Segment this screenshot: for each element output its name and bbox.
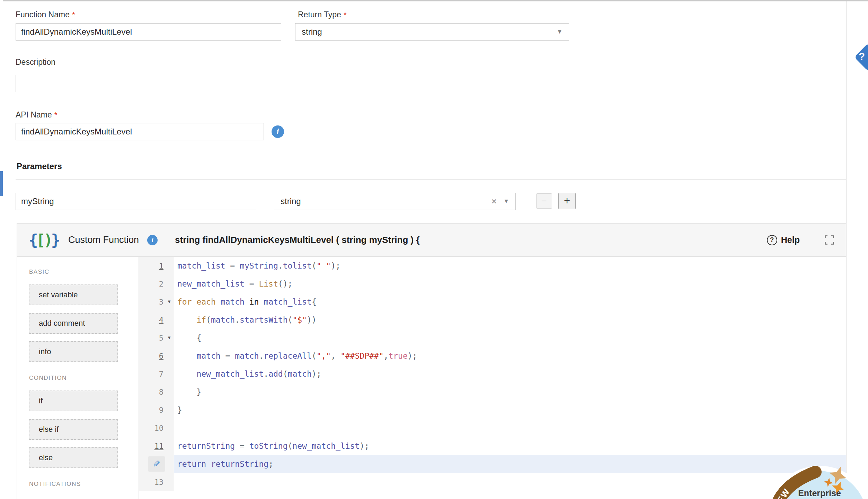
gutter-cell: 11 [139, 437, 174, 455]
snippet-chip-else-if[interactable]: else if [29, 419, 118, 440]
screen: Function Name* Return Type* string ▼ Des… [0, 0, 868, 499]
parameter-type-value: string [281, 196, 491, 206]
sidebar-section-label: CONDITION [29, 375, 139, 382]
code-text[interactable]: returnString = toString(new_match_list); [174, 437, 846, 455]
api-name-label: API Name* [16, 110, 57, 120]
snippet-chip-add-comment[interactable]: add comment [29, 313, 118, 334]
left-scroll-indicator[interactable] [0, 171, 3, 196]
snippet-chip-set-variable[interactable]: set variable [29, 284, 118, 305]
gutter-cell: 4 [139, 311, 174, 329]
top-border [3, 0, 868, 1]
question-icon[interactable]: ? [852, 47, 868, 66]
line-number: 13 [154, 478, 164, 487]
return-type-select[interactable]: string ▼ [295, 23, 569, 41]
custom-function-panel: {[)} Custom Function i string findAllDyn… [17, 223, 846, 499]
line-number: 5 [159, 334, 163, 342]
return-type-label-text: Return Type [298, 10, 341, 19]
add-parameter-button[interactable]: + [558, 193, 576, 209]
code-line: 13 [139, 473, 846, 491]
code-rows: 1match_list = myString.tolist(" ");2new_… [139, 257, 846, 499]
help-button[interactable]: ? Help [767, 235, 800, 245]
gutter-cell: 7 [139, 365, 174, 383]
return-type-label: Return Type* [298, 10, 346, 19]
parameter-type-select[interactable]: string × ▼ [274, 193, 516, 210]
function-signature: string findAllDynamicKeysMultiLevel ( st… [175, 235, 419, 245]
code-text[interactable]: new_match_list.add(match); [174, 365, 846, 383]
description-label: Description [16, 58, 55, 67]
question-icon: ? [767, 235, 777, 245]
clear-icon[interactable]: × [491, 196, 496, 206]
code-text[interactable]: match = match.replaceAll(",", "##SDP##",… [174, 347, 846, 365]
code-text[interactable] [174, 419, 846, 437]
gutter-cell: 6 [139, 347, 174, 365]
code-text[interactable]: } [174, 401, 846, 419]
code-text[interactable]: return returnString; [174, 455, 846, 473]
line-number: 1 [159, 262, 163, 270]
line-number: 6 [159, 352, 163, 360]
chevron-down-icon[interactable]: ▼ [557, 28, 563, 35]
left-border [3, 1, 3, 499]
code-line: 8 } [139, 383, 846, 401]
code-line: 5▼ { [139, 329, 846, 347]
code-line: 11returnString = toString(new_match_list… [139, 437, 846, 455]
fullscreen-icon[interactable] [825, 235, 834, 245]
required-asterisk: * [54, 111, 57, 119]
editor-title: Custom Function [68, 235, 139, 245]
gutter-cell: 9 [139, 401, 174, 419]
gutter-cell: 1 [139, 257, 174, 275]
api-name-label-text: API Name [16, 110, 52, 119]
gutter-cell: 8 [139, 383, 174, 401]
code-text[interactable]: for each match in match_list{ [174, 293, 846, 311]
chevron-down-icon[interactable]: ▼ [503, 198, 509, 205]
required-asterisk: * [72, 10, 75, 19]
code-line: 10 [139, 419, 846, 437]
code-text[interactable]: match_list = myString.tolist(" "); [174, 257, 846, 275]
code-line: 4 if(match.startsWith("$")) [139, 311, 846, 329]
gutter-cell: ✎ [139, 455, 174, 473]
code-line: 3▼for each match in match_list{ [139, 293, 846, 311]
return-type-value: string [302, 27, 557, 37]
description-input[interactable] [16, 75, 569, 92]
gutter-cell: 5▼ [139, 329, 174, 347]
description-label-text: Description [16, 58, 55, 67]
line-number: 8 [159, 388, 163, 396]
parameter-name-input[interactable] [16, 193, 256, 210]
gutter-cell: 3▼ [139, 293, 174, 311]
code-line: 6 match = match.replaceAll(",", "##SDP##… [139, 347, 846, 365]
snippet-chip-info[interactable]: info [29, 341, 118, 362]
code-line: 7 new_match_list.add(match); [139, 365, 846, 383]
info-icon[interactable]: i [147, 235, 158, 245]
editor-header: {[)} Custom Function i string findAllDyn… [17, 224, 846, 257]
snippet-chip-if[interactable]: if [29, 391, 118, 411]
required-asterisk: * [344, 10, 347, 19]
function-name-input[interactable] [16, 23, 281, 41]
line-number: 7 [159, 370, 163, 378]
fold-arrow-icon[interactable]: ▼ [167, 299, 171, 304]
remove-parameter-button[interactable]: − [536, 193, 552, 209]
info-icon[interactable]: i [272, 125, 284, 138]
gutter-cell: 2 [139, 275, 174, 293]
gutter-cell: 10 [139, 419, 174, 437]
code-text[interactable]: new_match_list = List(); [174, 275, 846, 293]
parameters-heading: Parameters [17, 161, 62, 171]
line-number: 9 [159, 406, 163, 414]
line-number: 4 [159, 316, 163, 324]
pencil-icon: ✎ [153, 459, 160, 470]
sidebar-section-label: BASIC [29, 269, 139, 275]
enterprise-badge[interactable]: NEW Enterprise [764, 463, 868, 499]
help-label: Help [781, 235, 800, 245]
fold-arrow-icon[interactable]: ▼ [167, 335, 171, 340]
code-text[interactable]: { [174, 329, 846, 347]
api-name-input[interactable] [16, 123, 264, 140]
parameters-divider [16, 179, 846, 180]
snippet-chip-else[interactable]: else [29, 447, 118, 468]
code-text[interactable]: } [174, 383, 846, 401]
edit-line-button[interactable]: ✎ [148, 456, 165, 472]
line-number: 2 [159, 280, 163, 288]
line-number: 10 [154, 424, 164, 432]
function-name-label-text: Function Name [16, 10, 70, 19]
code-line: 9} [139, 401, 846, 419]
sidebar-section-label: NOTIFICATIONS [29, 481, 139, 488]
code-text[interactable]: if(match.startsWith("$")) [174, 311, 846, 329]
code-text[interactable] [174, 473, 846, 491]
